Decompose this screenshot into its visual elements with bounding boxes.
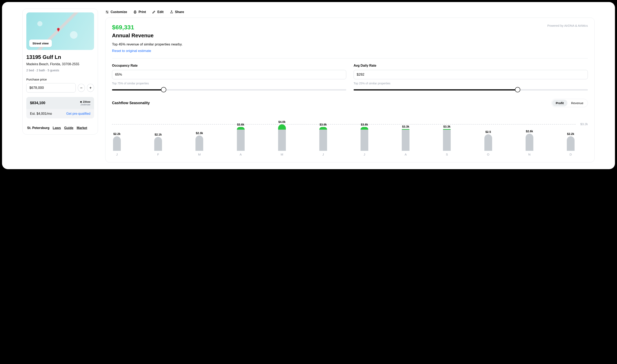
map-pin-icon (56, 27, 61, 32)
chart-bar: $2.2k (566, 132, 576, 151)
chart-bar: $2.1k (153, 133, 163, 151)
edit-button[interactable]: Edit (152, 10, 164, 14)
occupancy-column: Occupancy Rate Top 75% of similar proper… (112, 64, 346, 92)
adr-column: Avg Daily Rate Top 25% of similar proper… (354, 64, 588, 92)
revenue-subtitle: Top 45% revenue of similar properties ne… (112, 42, 588, 46)
bar-value-label: $2.3k (196, 131, 203, 135)
map-preview[interactable]: Street view (26, 13, 94, 50)
purchase-price-input[interactable] (26, 83, 76, 92)
bar-value-label: $2.2k (567, 132, 574, 136)
share-button[interactable]: Share (170, 10, 184, 14)
adr-label: Avg Daily Rate (354, 64, 588, 67)
analysis-panel: $69,331 Annual Revenue Powered by AirDNA… (105, 17, 595, 162)
guide-link[interactable]: Guide (64, 126, 73, 130)
seasonality-chart: $3.2k $2.2k$2.1k$2.3k$3.6k$4.0k$3.6k$3.6… (112, 113, 588, 156)
share-icon (170, 10, 173, 14)
street-view-button[interactable]: Street view (29, 39, 52, 47)
city-name: St. Petersburg (27, 126, 49, 130)
bar-value-label: $2.5 (485, 130, 491, 133)
chart-bar: $3.6k (359, 123, 369, 151)
reset-estimate-link[interactable]: Reset to original estimate (112, 49, 151, 53)
zestimate-box: $834,100 Zillow Zestimate Est. $4,001/mo… (26, 97, 94, 118)
adr-hint: Top 25% of similar properties (354, 82, 588, 85)
bar-value-label: $3.6k (361, 123, 368, 126)
toggle-revenue[interactable]: Revenue (567, 100, 587, 106)
month-label: J (318, 153, 328, 156)
svg-rect-6 (135, 11, 136, 12)
zestimate-value: $834,100 (30, 101, 45, 105)
pencil-icon (152, 10, 156, 14)
address-title: 13195 Gulf Ln (26, 54, 94, 60)
occupancy-input[interactable] (112, 70, 346, 79)
bar-value-label: $3.3k (443, 125, 451, 128)
price-decrement-button[interactable]: − (78, 84, 85, 92)
bar-value-label: $2.2k (113, 132, 120, 136)
occupancy-hint: Top 75% of similar properties (112, 82, 346, 85)
page-toolbar: Customize Print Edit Share (105, 9, 595, 17)
property-card: Street view 13195 Gulf Ln Madeira Beach,… (22, 9, 98, 134)
zillow-logo: Zillow (80, 100, 90, 103)
chart-toggle: Profit Revenue (551, 99, 588, 107)
chart-bar: $2.2k (112, 132, 122, 151)
adr-input[interactable] (354, 70, 588, 79)
prequalified-link[interactable]: Get pre-qualified (66, 112, 90, 116)
annual-revenue-value: $69,331 (112, 24, 154, 31)
month-label: D (566, 153, 576, 156)
zestimate-label: Zestimate (80, 103, 90, 106)
property-details: 2 bed · 2 bath · 5 guests (26, 68, 94, 72)
city-links-row: St. Petersburg Laws Guide Market (26, 123, 94, 131)
printer-icon (133, 10, 137, 14)
month-label: A (236, 153, 246, 156)
bar-value-label: $2.6k (526, 130, 533, 133)
chart-bar: $3.3k (442, 125, 452, 151)
month-label: S (442, 153, 452, 156)
month-label: M (194, 153, 204, 156)
est-monthly: Est. $4,001/mo (30, 112, 52, 116)
chart-average-label: $3.2k (580, 122, 588, 126)
house-icon (80, 101, 82, 103)
chart-bar: $3.3k (401, 125, 411, 151)
svg-point-2 (106, 11, 107, 12)
month-label: J (112, 153, 122, 156)
chart-bar: $4.0k (277, 120, 287, 151)
price-increment-button[interactable]: + (87, 84, 94, 92)
powered-by-text: Powered by AirDNA & Airbtics (548, 24, 588, 27)
customize-button[interactable]: Customize (105, 10, 127, 14)
bar-value-label: $3.6k (319, 123, 327, 126)
chart-bar: $2.6k (525, 130, 534, 151)
bar-value-label: $3.3k (402, 125, 409, 128)
app-frame: Street view 13195 Gulf Ln Madeira Beach,… (2, 2, 615, 169)
occupancy-slider[interactable] (112, 88, 346, 92)
occupancy-label: Occupancy Rate (112, 64, 346, 67)
laws-link[interactable]: Laws (53, 126, 61, 130)
svg-rect-7 (135, 13, 136, 13)
purchase-price-label: Purchase price (26, 78, 94, 81)
sliders-icon (105, 10, 109, 14)
month-label: O (483, 153, 493, 156)
chart-bar: $2.5 (483, 130, 493, 151)
month-label: J (359, 153, 369, 156)
month-label: A (401, 153, 411, 156)
chart-bar: $3.6k (236, 123, 246, 151)
chart-bar: $3.6k (318, 123, 328, 151)
chart-title: Cashflow Seasonality (112, 101, 150, 105)
toggle-profit[interactable]: Profit (552, 100, 567, 106)
main-column: Customize Print Edit Share (105, 9, 595, 163)
chart-bar: $2.3k (194, 131, 204, 151)
annual-revenue-title: Annual Revenue (112, 32, 154, 39)
market-link[interactable]: Market (77, 126, 87, 130)
bar-value-label: $4.0k (278, 120, 286, 124)
print-button[interactable]: Print (133, 10, 146, 14)
svg-point-4 (107, 13, 108, 13)
month-label: M (277, 153, 287, 156)
month-label: N (525, 153, 534, 156)
address-subtitle: Madeira Beach, Florida, 33708-2555 (26, 62, 94, 66)
bar-value-label: $2.1k (155, 133, 162, 136)
svg-point-0 (58, 29, 59, 30)
adr-slider[interactable] (354, 88, 588, 92)
bar-value-label: $3.6k (237, 123, 244, 126)
month-label: F (153, 153, 163, 156)
